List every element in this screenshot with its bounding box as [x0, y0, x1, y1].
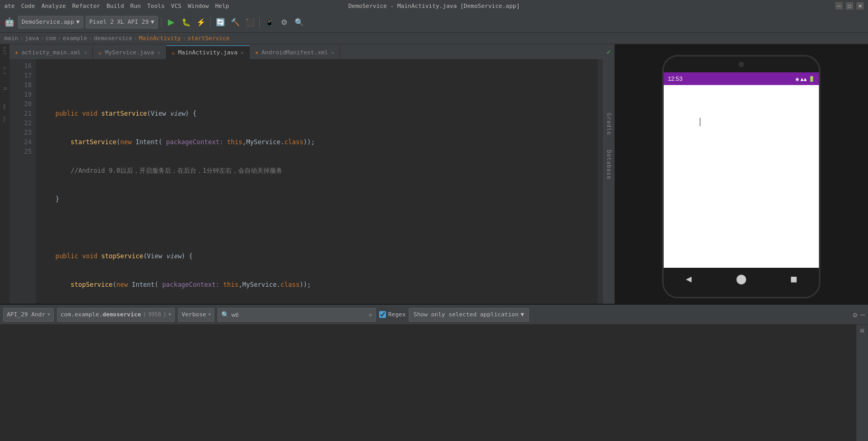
- database-panel-label[interactable]: Database: [605, 148, 613, 182]
- breadcrumb-main[interactable]: main: [4, 35, 18, 42]
- avd-button[interactable]: 📱: [263, 16, 276, 29]
- tab-activity-main-xml[interactable]: ✦ activity_main.xml ✕: [10, 45, 93, 59]
- code-line-19: //Android 9.0以后，开启服务后，在后台，1分钟左右，会自动关掉服务: [40, 166, 593, 175]
- logcat-content-area: ⊞: [0, 325, 868, 441]
- window-title: DemoService - MainActivity.java [DemoSer…: [348, 3, 520, 10]
- device-preview: 12:53 ◉ ▲▲ 🔋 ◀ ⬤ ■: [615, 44, 868, 304]
- tab-mainactivity-java[interactable]: ☕ MainActivity.java ✕: [166, 45, 250, 59]
- search-everywhere-button[interactable]: 🔍: [293, 16, 305, 29]
- phone-device: 12:53 ◉ ▲▲ 🔋 ◀ ⬤ ■: [662, 55, 820, 298]
- menu-window[interactable]: Window: [188, 3, 209, 10]
- regex-checkbox[interactable]: [379, 311, 386, 318]
- package-dropdown[interactable]: com.example.demoservice ( 9958 ) ▼: [57, 308, 175, 322]
- sdk-button[interactable]: ⚙: [278, 16, 290, 29]
- phone-nav-bar: ◀ ⬤ ■: [664, 268, 819, 289]
- breadcrumb-com[interactable]: com: [45, 35, 56, 42]
- profile-button[interactable]: ⚡: [194, 16, 207, 29]
- breadcrumb-demoservice[interactable]: demoservice: [94, 35, 133, 42]
- tab-close-1[interactable]: ✕: [84, 50, 87, 55]
- tab-androidmanifest-xml[interactable]: ✦ AndroidManifest.xml ✕: [250, 45, 341, 59]
- app-dropdown-label: DemoService.app: [22, 18, 74, 25]
- search-icon: 🔍: [221, 311, 229, 318]
- tab-java-icon-1: ☕: [98, 49, 102, 56]
- log-search-input[interactable]: [231, 312, 366, 318]
- minimize-button[interactable]: ─: [835, 2, 843, 10]
- tab-label-myservice-java: MyService.java: [105, 49, 154, 56]
- breadcrumb-java[interactable]: java: [25, 35, 39, 42]
- tab-java-icon-2: ☕: [172, 49, 175, 56]
- log-level-dropdown[interactable]: Verbose ▼: [178, 308, 214, 322]
- code-line-18: startService(new Intent( packageContext:…: [40, 137, 593, 147]
- run-button[interactable]: ▶: [165, 16, 177, 29]
- device-dropdown[interactable]: Pixel 2 XL API 29 ▼: [86, 16, 158, 29]
- expand-icon[interactable]: ⊞: [860, 327, 864, 334]
- code-line-20: }: [40, 194, 593, 204]
- build-button[interactable]: 🔨: [229, 16, 241, 29]
- tab-xml-icon-2: ✦: [255, 49, 259, 56]
- close-button[interactable]: ✕: [856, 2, 864, 10]
- breadcrumb-bar: main › java › com › example › demoservic…: [0, 33, 868, 44]
- nav-back-button[interactable]: ◀: [686, 273, 692, 284]
- toolbar-sep-3: [259, 17, 260, 27]
- log-search-box[interactable]: 🔍 ✕: [218, 308, 376, 322]
- phone-screen: 12:53 ◉ ▲▲ 🔋: [664, 72, 819, 268]
- tab-label-activity-main-xml: activity_main.xml: [22, 49, 81, 56]
- device-dropdown-label: Pixel 2 XL API 29: [89, 18, 149, 25]
- breadcrumb-sep-6: ›: [183, 35, 186, 42]
- menu-refactor[interactable]: Refactor: [72, 3, 100, 10]
- menu-build[interactable]: Build: [107, 3, 124, 10]
- logcat-toolbar-right: ⚙ ─: [853, 311, 865, 319]
- menu-help[interactable]: Help: [215, 3, 229, 10]
- log-level-label: Verbose: [182, 311, 206, 318]
- breadcrumb-mainactivity[interactable]: MainActivity: [139, 35, 181, 42]
- editor-scrollbar[interactable]: [598, 59, 603, 304]
- maximize-button[interactable]: □: [846, 2, 853, 10]
- settings-gear-icon[interactable]: ⚙: [853, 311, 857, 319]
- menu-vcs[interactable]: VCS: [171, 3, 182, 10]
- sync-button[interactable]: 🔄: [214, 16, 227, 29]
- tab-close-4[interactable]: ✕: [331, 50, 334, 55]
- tab-close-2[interactable]: ✕: [157, 50, 161, 55]
- breadcrumb-example[interactable]: example: [63, 35, 87, 42]
- tab-myservice-java[interactable]: ☕ MyService.java ✕: [93, 45, 166, 59]
- regex-checkbox-label[interactable]: Regex: [379, 311, 405, 318]
- phone-top-bar: [664, 57, 819, 72]
- phone-camera: [739, 62, 744, 67]
- main-toolbar: 🤖 DemoService.app ▼ Pixel 2 XL API 29 ▼ …: [0, 12, 868, 33]
- main-area: est n.c M. ww ou ✦ activity_main.xml ✕ ☕…: [0, 44, 868, 304]
- menu-tools[interactable]: Tools: [147, 3, 165, 10]
- menu-ate[interactable]: ate: [4, 3, 15, 10]
- code-line-16: [40, 80, 593, 90]
- android-content: [664, 85, 819, 268]
- minimize-panel-icon[interactable]: ─: [861, 311, 865, 319]
- search-clear-icon[interactable]: ✕: [369, 311, 372, 318]
- menu-bar-area: ate Code Analyze Refactor Build Run Tool…: [4, 3, 229, 10]
- breadcrumb-startservice[interactable]: startService: [187, 35, 229, 42]
- device-api-dropdown[interactable]: API_29 Andr ▼: [3, 308, 54, 322]
- debug-button[interactable]: 🐛: [180, 16, 192, 29]
- menu-analyze[interactable]: Analyze: [41, 3, 65, 10]
- tab-xml-icon-1: ✦: [15, 49, 18, 56]
- code-editor[interactable]: 16 17 18 19 20 21 22 23 24 25 public voi…: [10, 59, 603, 304]
- show-only-dropdown[interactable]: Show only selected application ▼: [409, 308, 529, 322]
- show-only-label: Show only selected application: [413, 311, 518, 318]
- nav-recent-button[interactable]: ■: [791, 273, 797, 284]
- app-dropdown[interactable]: DemoService.app ▼: [18, 16, 83, 29]
- android-status-bar: 12:53 ◉ ▲▲ 🔋: [664, 72, 819, 85]
- menu-run[interactable]: Run: [130, 3, 141, 10]
- breadcrumb-sep-4: ›: [89, 35, 92, 42]
- logcat-area: API_29 Andr ▼ com.example.demoservice ( …: [0, 304, 868, 441]
- device-api-arrow: ▼: [48, 312, 50, 317]
- stop-button[interactable]: ⬛: [243, 16, 256, 29]
- tab-label-mainactivity-java: MainActivity.java: [178, 49, 238, 56]
- breadcrumb-sep-5: ›: [134, 35, 138, 42]
- menu-code[interactable]: Code: [21, 3, 35, 10]
- package-label: com.example.demoservice: [61, 311, 141, 318]
- code-lines: public void startService(View view) { st…: [36, 59, 598, 304]
- tab-close-3[interactable]: ✕: [241, 50, 244, 55]
- toolbar-sep-1: [161, 17, 162, 27]
- gradle-panel-label[interactable]: Gradle: [605, 111, 613, 137]
- log-output: [0, 325, 856, 441]
- nav-home-button[interactable]: ⬤: [736, 273, 747, 284]
- code-line-22: public void stopService(View view) {: [40, 251, 593, 261]
